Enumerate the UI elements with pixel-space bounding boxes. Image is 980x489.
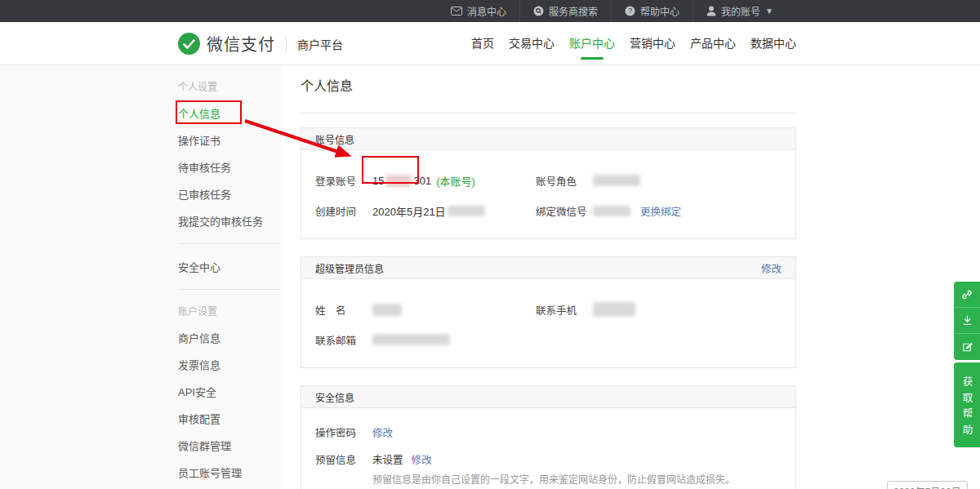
sidebar-item-merchant-info[interactable]: 商户信息 bbox=[178, 324, 282, 351]
change-password-link[interactable]: 修改 bbox=[372, 425, 393, 440]
link-icon bbox=[960, 287, 974, 302]
sidebar-item-reviewed-tasks[interactable]: 已审核任务 bbox=[178, 180, 282, 207]
chevron-down-icon: ▼ bbox=[765, 7, 773, 16]
nav-item-data-center[interactable]: 数据中心 bbox=[751, 22, 796, 65]
nav-item-transaction-center[interactable]: 交易中心 bbox=[509, 22, 555, 65]
wechat-pay-logo-icon bbox=[178, 33, 200, 55]
top-utility-bar: 消息中心 服务商搜索 ? 帮助中心 我的账号 ▼ bbox=[0, 0, 980, 22]
question-icon: ? bbox=[625, 6, 635, 16]
super-admin-header: 超级管理员信息 修改 bbox=[301, 257, 795, 279]
account-info-section: 账号信息 登录账号 15 301 (本账号) 账号角色 bbox=[301, 127, 796, 239]
login-account-value: 15 301 (本账号) bbox=[372, 173, 475, 189]
sidebar-divider bbox=[178, 289, 282, 290]
edit-admin-link[interactable]: 修改 bbox=[761, 260, 782, 276]
reserved-info-value: 未设置 bbox=[372, 451, 403, 467]
redacted-wechat-id bbox=[593, 206, 630, 216]
brand-divider bbox=[286, 37, 287, 51]
redacted-admin-phone bbox=[593, 302, 635, 317]
sidebar-item-api-security[interactable]: API安全 bbox=[178, 378, 282, 405]
sidebar-item-operation-certificate[interactable]: 操作证书 bbox=[178, 127, 282, 153]
super-admin-section: 超级管理员信息 修改 姓 名 联系手机 联系邮箱 bbox=[301, 256, 796, 368]
mail-icon bbox=[451, 7, 462, 16]
account-role-label: 账号角色 bbox=[536, 173, 593, 189]
sidebar-item-personal-info[interactable]: 个人信息 bbox=[178, 100, 282, 127]
sidebar-item-pending-review-tasks[interactable]: 待审核任务 bbox=[178, 153, 282, 180]
redacted-admin-name bbox=[372, 304, 402, 316]
search-icon bbox=[533, 6, 544, 16]
sidebar-group-personal-settings: 个人设置 bbox=[178, 79, 282, 93]
main-content: 个人信息 账号信息 登录账号 15 301 (本账号) 账号角色 bbox=[301, 75, 796, 489]
reserved-info-label: 预留信息 bbox=[315, 451, 372, 467]
admin-phone-label: 联系手机 bbox=[536, 302, 593, 318]
sidebar-item-face-device[interactable]: 刷脸智能设备 bbox=[178, 486, 282, 489]
sidebar-item-wechat-group-mgmt[interactable]: 微信群管理 bbox=[178, 432, 282, 459]
section-title: 安全信息 bbox=[315, 390, 354, 404]
date-chip: 2020年5月22日 bbox=[887, 481, 968, 489]
rebind-link[interactable]: 更换绑定 bbox=[640, 203, 681, 219]
download-button[interactable] bbox=[954, 308, 980, 334]
topbar-item-label: 帮助中心 bbox=[640, 4, 679, 18]
sidebar-item-review-config[interactable]: 审核配置 bbox=[178, 405, 282, 432]
topbar-item-label: 我的账号 bbox=[721, 4, 760, 18]
topbar-item-my-account[interactable]: 我的账号 ▼ bbox=[693, 0, 786, 22]
edit-icon bbox=[960, 340, 974, 354]
primary-nav: 首页 交易中心 账户中心 营销中心 产品中心 数据中心 bbox=[471, 22, 796, 65]
redacted-account-role bbox=[593, 175, 640, 186]
admin-email-label: 联系邮箱 bbox=[315, 332, 372, 348]
topbar-item-label: 消息中心 bbox=[467, 4, 506, 18]
topbar-item-label: 服务商搜索 bbox=[549, 4, 598, 18]
account-info-header: 账号信息 bbox=[301, 128, 795, 150]
site-header: 微信支付 商户平台 首页 交易中心 账户中心 营销中心 产品中心 数据中心 bbox=[0, 22, 980, 65]
reserved-info-description: 预留信息是由你自己设置的一段文字，用来鉴定网站身份，防止假冒网站造成损失。 配置… bbox=[372, 473, 782, 489]
feedback-button[interactable] bbox=[954, 334, 980, 360]
created-time-label: 创建时间 bbox=[315, 203, 372, 219]
sidebar: 个人设置 个人信息 操作证书 待审核任务 已审核任务 我提交的审核任务 安全中心… bbox=[178, 65, 282, 489]
redacted-login-digits bbox=[385, 175, 412, 187]
security-info-section: 安全信息 操作密码 修改 预留信息 未设置 修改 预留信息是由你自己设置的一段文… bbox=[301, 385, 796, 489]
current-account-tag: (本账号) bbox=[436, 173, 475, 189]
sidebar-divider bbox=[178, 243, 282, 244]
admin-name-label: 姓 名 bbox=[315, 302, 372, 318]
brand-name: 微信支付 bbox=[207, 32, 275, 56]
topbar-item-sp-search[interactable]: 服务商搜索 bbox=[519, 0, 611, 22]
created-time-value: 2020年5月21日 bbox=[372, 203, 485, 219]
section-title: 超级管理员信息 bbox=[315, 261, 384, 275]
redacted-admin-email bbox=[372, 334, 450, 345]
nav-item-home[interactable]: 首页 bbox=[471, 22, 494, 65]
help-floating-widget: 获取帮助 bbox=[954, 282, 980, 447]
set-reserved-info-link[interactable]: 修改 bbox=[412, 451, 432, 467]
topbar-item-help-center[interactable]: ? 帮助中心 bbox=[611, 0, 693, 22]
get-help-button[interactable]: 获取帮助 bbox=[954, 362, 980, 447]
user-icon bbox=[706, 6, 716, 16]
nav-item-product-center[interactable]: 产品中心 bbox=[690, 22, 736, 65]
operation-password-label: 操作密码 bbox=[315, 425, 372, 440]
sidebar-group-account-settings: 账户设置 bbox=[178, 304, 282, 318]
sidebar-item-staff-account-mgmt[interactable]: 员工账号管理 bbox=[178, 459, 282, 486]
topbar-item-messages[interactable]: 消息中心 bbox=[438, 0, 519, 22]
page-title: 个人信息 bbox=[301, 75, 796, 113]
download-icon bbox=[960, 313, 974, 327]
nav-item-marketing-center[interactable]: 营销中心 bbox=[630, 22, 675, 65]
portal-name: 商户平台 bbox=[297, 36, 343, 52]
svg-text:?: ? bbox=[628, 7, 632, 15]
nav-item-account-center[interactable]: 账户中心 bbox=[569, 22, 615, 65]
sidebar-item-invoice-info[interactable]: 发票信息 bbox=[178, 351, 282, 378]
section-title: 账号信息 bbox=[315, 132, 354, 146]
brand[interactable]: 微信支付 商户平台 bbox=[178, 22, 343, 65]
hotline-link-button[interactable] bbox=[954, 282, 980, 308]
sidebar-item-my-submitted-tasks[interactable]: 我提交的审核任务 bbox=[178, 207, 282, 234]
security-info-header: 安全信息 bbox=[301, 386, 795, 408]
login-account-label: 登录账号 bbox=[315, 173, 372, 189]
bound-wechat-label: 绑定微信号 bbox=[536, 203, 593, 219]
redacted-created-time bbox=[448, 206, 485, 216]
sidebar-item-security-center[interactable]: 安全中心 bbox=[178, 253, 282, 280]
